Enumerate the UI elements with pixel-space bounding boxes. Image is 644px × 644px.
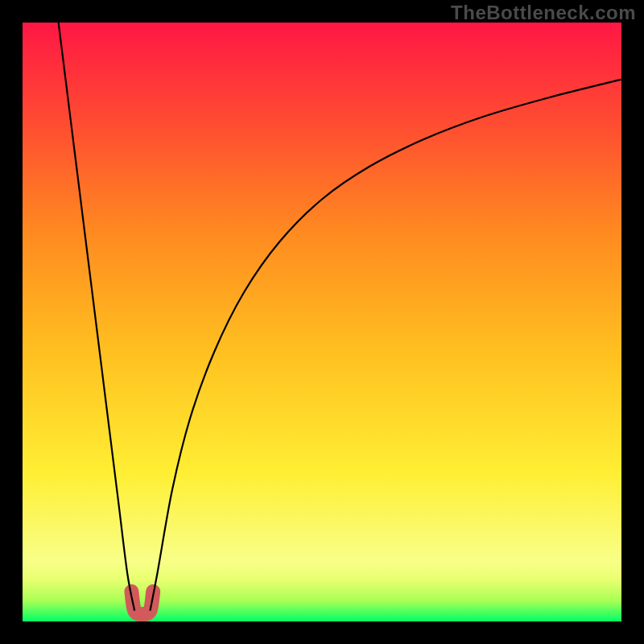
chart-frame: TheBottleneck.com xyxy=(0,0,644,644)
plot-area xyxy=(23,23,621,621)
watermark-text: TheBottleneck.com xyxy=(451,2,636,24)
gradient-background xyxy=(23,23,621,621)
plot-svg xyxy=(23,23,621,621)
